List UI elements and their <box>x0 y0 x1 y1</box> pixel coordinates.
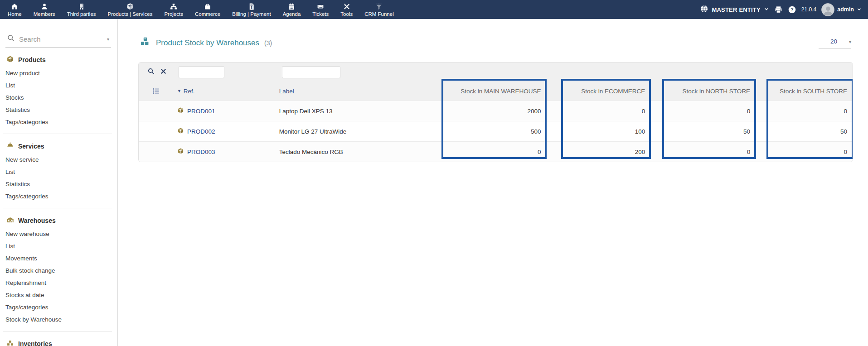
home-icon <box>10 3 19 10</box>
menu-label: Members <box>34 11 55 17</box>
section-title: Services <box>18 143 44 150</box>
column-header-south-store[interactable]: Stock in SOUTH STORE <box>766 82 853 101</box>
product-ref-link[interactable]: PROD002 <box>187 128 215 135</box>
sidebar-item-products-statistics[interactable]: Statistics <box>0 104 117 116</box>
column-header-north-store[interactable]: Stock in NORTH STORE <box>662 82 756 101</box>
sidebar-item-products-tags[interactable]: Tags/categories <box>0 116 117 129</box>
stock-north-value: 0 <box>662 142 756 162</box>
user-label: admin <box>837 6 854 13</box>
menu-products-services[interactable]: Products | Services <box>102 0 159 19</box>
sidebar-item-new-warehouse[interactable]: New warehouse <box>0 228 117 240</box>
menu-label: Projects <box>164 11 183 17</box>
funnel-icon <box>374 3 383 10</box>
cubes-icon <box>6 339 14 346</box>
clear-filter-icon[interactable] <box>160 68 166 76</box>
ticket-icon <box>316 3 325 10</box>
menu-billing-payment[interactable]: $ Billing | Payment <box>226 0 276 19</box>
section-header-warehouses[interactable]: Warehouses <box>0 208 117 228</box>
menu-label: Tools <box>340 11 353 17</box>
sort-desc-icon[interactable]: ▼ <box>177 89 181 93</box>
section-header-inventories[interactable]: Inventories <box>0 332 117 346</box>
sidebar-item-new-product[interactable]: New product <box>0 67 117 80</box>
sidebar-item-stocks[interactable]: Stocks <box>0 92 117 104</box>
table-header-row: ▼ Ref. Label Stock in MAIN WAREHOUSE Sto… <box>139 82 853 101</box>
sidebar-item-movements[interactable]: Movements <box>0 253 117 265</box>
building-icon <box>77 3 86 10</box>
search-filter-icon[interactable] <box>148 68 155 77</box>
entity-switcher[interactable]: MASTER ENTITY <box>700 5 769 15</box>
ref-filter-input[interactable] <box>179 66 224 78</box>
menu-label: Products | Services <box>108 11 153 17</box>
menu-tickets[interactable]: Tickets <box>306 0 335 19</box>
stock-ecommerce-value: 200 <box>561 142 650 162</box>
page-size-value: 20 <box>830 38 837 45</box>
top-navbar: Home Members Third parties Products | Se… <box>0 0 868 19</box>
page-size-selector[interactable]: 20 ▾ <box>819 38 851 48</box>
menu-agenda[interactable]: Agenda <box>277 0 307 19</box>
search-icon <box>7 34 15 43</box>
column-header-ecommerce[interactable]: Stock in ECOMMERCE <box>561 82 650 101</box>
stock-south-value: 0 <box>766 101 853 121</box>
briefcase-icon <box>203 3 212 10</box>
column-header-ref[interactable]: Ref. <box>184 88 195 95</box>
menu-home[interactable]: Home <box>2 0 28 19</box>
stock-ecommerce-value: 100 <box>561 121 650 141</box>
print-icon[interactable] <box>774 5 783 14</box>
sidebar-section-products: Products New product List Stocks Statist… <box>0 48 117 134</box>
sidebar-item-new-service[interactable]: New service <box>0 154 117 166</box>
version-label: 21.0.4 <box>801 6 816 13</box>
avatar <box>821 3 834 16</box>
product-label: Monitor LG 27 UltraWide <box>279 128 347 135</box>
label-filter-input[interactable] <box>282 66 340 78</box>
stock-table: ▼ Ref. Label Stock in MAIN WAREHOUSE Sto… <box>138 62 853 162</box>
section-header-services[interactable]: Services <box>0 134 117 154</box>
sidebar-search[interactable]: ▾ <box>5 34 111 48</box>
column-header-main-warehouse[interactable]: Stock in MAIN WAREHOUSE <box>441 82 547 101</box>
menu-label: CRM Funnel <box>364 11 394 17</box>
chevron-down-icon <box>857 5 862 14</box>
product-ref-link[interactable]: PROD001 <box>187 108 215 115</box>
sidebar-item-replenishment[interactable]: Replenishment <box>0 277 117 289</box>
user-menu[interactable]: admin <box>821 3 862 16</box>
search-input[interactable] <box>19 35 102 43</box>
sidebar-item-services-statistics[interactable]: Statistics <box>0 178 117 191</box>
sidebar-section-inventories: Inventories <box>0 332 117 346</box>
column-header-label[interactable]: Label <box>279 88 294 95</box>
sidebar-item-bulk-stock-change[interactable]: Bulk stock change <box>0 265 117 277</box>
sidebar-section-services: Services New service List Statistics Tag… <box>0 134 117 208</box>
sidebar-item-products-list[interactable]: List <box>0 80 117 92</box>
main-content: Product Stock by Warehouses (3) 20 ▾ <box>118 19 868 346</box>
bell-icon <box>6 142 14 151</box>
stock-main-value: 0 <box>441 142 547 162</box>
product-cube-icon <box>177 148 184 156</box>
menu-tools[interactable]: Tools <box>335 0 359 19</box>
sidebar-item-warehouses-tags[interactable]: Tags/categories <box>0 302 117 314</box>
sidebar-item-stock-by-warehouse[interactable]: Stock by Warehouse <box>0 314 117 326</box>
section-title: Inventories <box>18 340 52 346</box>
menu-projects[interactable]: Projects <box>158 0 189 19</box>
product-label: Teclado Mecánico RGB <box>279 149 343 155</box>
product-cube-icon <box>177 127 184 136</box>
list-fields-icon[interactable] <box>152 87 160 95</box>
svg-text:?: ? <box>790 7 793 12</box>
menu-crm-funnel[interactable]: CRM Funnel <box>359 0 400 19</box>
page-title: Product Stock by Warehouses <box>156 38 259 48</box>
tools-icon <box>342 3 351 10</box>
sidebar-item-services-list[interactable]: List <box>0 166 117 178</box>
product-ref-link[interactable]: PROD003 <box>187 149 215 155</box>
help-icon[interactable]: ? <box>788 5 796 14</box>
stock-main-value: 2000 <box>441 101 547 121</box>
entity-label: MASTER ENTITY <box>712 6 760 13</box>
section-title: Products <box>18 56 46 63</box>
menu-members[interactable]: Members <box>28 0 61 19</box>
globe-icon <box>700 5 708 15</box>
sidebar-item-services-tags[interactable]: Tags/categories <box>0 191 117 203</box>
svg-text:$: $ <box>251 6 252 10</box>
sidebar-item-stocks-at-date[interactable]: Stocks at date <box>0 289 117 302</box>
menu-third-parties[interactable]: Third parties <box>61 0 102 19</box>
section-title: Warehouses <box>18 217 56 224</box>
section-header-products[interactable]: Products <box>0 48 117 67</box>
chevron-down-icon[interactable]: ▾ <box>107 37 109 42</box>
menu-commerce[interactable]: Commerce <box>189 0 226 19</box>
sidebar-item-warehouses-list[interactable]: List <box>0 240 117 253</box>
